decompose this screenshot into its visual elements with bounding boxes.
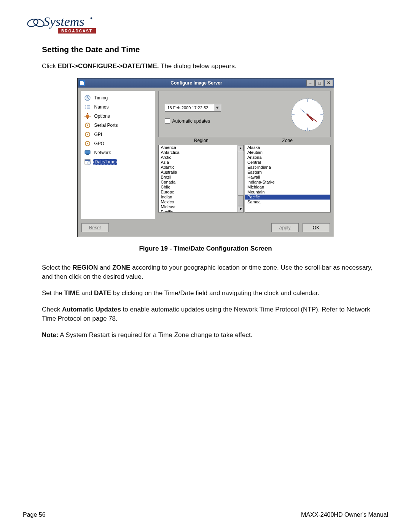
region-option[interactable]: Europe — [159, 190, 238, 195]
page-footer: Page 56 MAXX-2400HD Owner's Manual — [23, 509, 388, 518]
monitor-icon — [84, 149, 91, 156]
region-option[interactable]: Mexico — [159, 200, 238, 204]
region-listbox[interactable]: AmericaAntarcticaArcticAsiaAtlanticAustr… — [158, 145, 244, 212]
svg-point-23 — [87, 134, 88, 135]
ok-key: O — [313, 225, 316, 230]
svg-rect-11 — [85, 107, 86, 107]
region-option[interactable]: America — [159, 145, 238, 150]
paragraph-time-date: Set the TIME and DATE by clicking on the… — [42, 289, 384, 298]
svg-point-21 — [87, 125, 88, 126]
region-option[interactable]: Indian — [159, 195, 238, 200]
zone-option[interactable]: Mountain — [245, 190, 330, 195]
region-option[interactable]: Arctic — [159, 155, 238, 160]
sidebar-item-gpi[interactable]: GPI — [81, 130, 155, 139]
region-option[interactable]: Mideast — [159, 204, 238, 209]
scroll-down-button[interactable]: ▼ — [238, 206, 244, 212]
list-icon — [84, 104, 91, 110]
apply-button[interactable]: Apply — [271, 223, 299, 232]
svg-text:BROADCAST: BROADCAST — [61, 29, 92, 33]
reset-button[interactable]: Reset — [81, 223, 109, 232]
svg-rect-26 — [85, 150, 90, 154]
scrollbar[interactable]: ▲ ▼ — [237, 145, 244, 212]
app-icon — [79, 80, 85, 86]
text: and — [98, 264, 112, 271]
region-option[interactable]: Antarctica — [159, 150, 238, 155]
scroll-thumb[interactable] — [238, 195, 244, 206]
menu-path: EDIT->CONFIGURE->DATE/TIME. — [58, 62, 159, 70]
zone-option[interactable]: Hawaii — [245, 175, 330, 180]
sidebar-item-timing[interactable]: Timing — [81, 93, 155, 102]
sidebar-item-label: Names — [93, 104, 110, 110]
paragraph-region-zone: Select the REGION and ZONE according to … — [42, 263, 384, 282]
datetime-field[interactable] — [165, 104, 221, 112]
datetime-input[interactable] — [165, 104, 214, 111]
svg-rect-29 — [85, 160, 90, 161]
sidebar-item-date-time[interactable]: Date/Time — [81, 157, 155, 166]
region-option[interactable]: Australia — [159, 170, 238, 175]
sidebar-item-label: Network — [93, 150, 112, 155]
sidebar-item-gpo[interactable]: GPO — [81, 139, 155, 148]
zone-option[interactable]: Aleutian — [245, 150, 330, 155]
region-option[interactable]: Atlantic — [159, 165, 238, 170]
zone-option[interactable]: Eastern — [245, 170, 330, 175]
sidebar-item-serial-ports[interactable]: Serial Ports — [81, 121, 155, 130]
region-option[interactable]: Chile — [159, 185, 238, 190]
dialog-button-bar: Reset Apply OK — [78, 219, 334, 237]
zone-option[interactable]: Michigan — [245, 185, 330, 190]
chevron-down-icon — [216, 107, 219, 109]
datetime-dropdown-button[interactable] — [214, 104, 221, 111]
sidebar-item-label: GPO — [93, 141, 106, 146]
svg-point-3 — [91, 18, 92, 19]
region-option[interactable]: Pacific — [159, 209, 238, 212]
text-bold: DATE — [94, 289, 111, 297]
sidebar-item-label: Serial Ports — [93, 123, 119, 128]
svg-rect-14 — [87, 109, 90, 109]
titlebar[interactable]: Configure Image Server – □ ✕ — [78, 78, 334, 88]
svg-point-30 — [88, 161, 90, 164]
svg-point-25 — [87, 143, 88, 144]
zone-listbox[interactable]: AlaskaAleutianArizonaCentralEast-Indiana… — [245, 145, 331, 212]
text: Select the — [42, 264, 72, 271]
button-label-rest: K — [316, 225, 319, 230]
region-option[interactable]: Asia — [159, 160, 238, 165]
zone-option[interactable]: East-Indiana — [245, 165, 330, 170]
zone-option[interactable]: Central — [245, 160, 330, 165]
minimize-button[interactable]: – — [306, 80, 315, 86]
window-title: Configure Image Server — [88, 80, 306, 86]
zone-option[interactable]: Alaska — [245, 145, 330, 150]
auto-updates-checkbox[interactable] — [165, 118, 170, 124]
section-heading: Setting the Date and Time — [42, 45, 388, 54]
ok-button[interactable]: OK — [303, 223, 330, 232]
configure-dialog: Configure Image Server – □ ✕ TimingNames… — [77, 78, 334, 237]
sidebar-tree[interactable]: TimingNamesOptionsSerial PortsGPIGPONetw… — [81, 91, 155, 219]
zone-option[interactable]: Indiana-Starke — [245, 180, 330, 185]
svg-rect-13 — [85, 109, 86, 109]
scroll-up-button[interactable]: ▲ — [238, 145, 244, 151]
zone-option[interactable]: Pacific — [245, 195, 330, 200]
figure-caption: Figure 19 - Time/Date Configuration Scre… — [23, 245, 388, 252]
region-header: Region — [158, 137, 245, 145]
zone-option[interactable]: Arizona — [245, 155, 330, 160]
gear-icon — [84, 113, 91, 120]
scroll-track[interactable] — [238, 151, 244, 206]
text: Check — [42, 306, 62, 313]
sidebar-item-label: Date/Time — [93, 159, 117, 165]
svg-rect-12 — [87, 107, 90, 107]
sidebar-item-names[interactable]: Names — [81, 102, 155, 112]
zone-option[interactable]: Samoa — [245, 200, 330, 204]
port-icon — [84, 140, 91, 147]
sidebar-item-options[interactable]: Options — [81, 112, 155, 121]
text: A System Restart is required for a Time … — [58, 331, 252, 339]
analog-clock — [290, 97, 325, 132]
paragraph-auto-updates: Check Automatic Updates to enable automa… — [42, 305, 384, 324]
svg-point-40 — [306, 113, 308, 115]
maximize-button[interactable]: □ — [315, 80, 324, 86]
svg-rect-9 — [85, 105, 86, 105]
datetime-panel: Automatic updates — [158, 91, 331, 137]
sidebar-item-label: Timing — [93, 95, 109, 101]
region-option[interactable]: Canada — [159, 180, 238, 185]
close-button[interactable]: ✕ — [325, 80, 333, 86]
region-option[interactable]: Brazil — [159, 175, 238, 180]
button-label: Reset — [89, 225, 101, 230]
sidebar-item-network[interactable]: Network — [81, 148, 155, 157]
